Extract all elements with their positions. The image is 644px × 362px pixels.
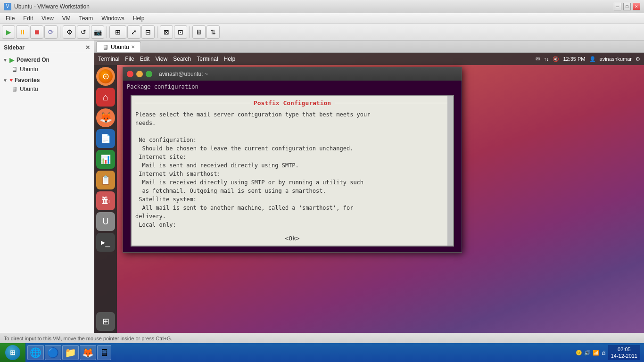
- power-icon: ▶: [9, 56, 15, 64]
- panel-terminal-menu[interactable]: Terminal: [98, 56, 119, 62]
- unity-button[interactable]: ⊟: [141, 25, 155, 39]
- launcher-writer-button[interactable]: 📄: [96, 129, 115, 148]
- sidebar-item-ubuntu-powered[interactable]: 🖥 Ubuntu: [2, 65, 92, 74]
- launcher-archive-button[interactable]: 🗜: [96, 191, 115, 210]
- panel-edit-menu[interactable]: Edit: [140, 56, 150, 62]
- start-orb[interactable]: ⊞: [5, 345, 20, 360]
- taskbar-firefox[interactable]: 🦊: [80, 345, 96, 360]
- statusbar: To direct input to this VM, move the mou…: [0, 333, 644, 343]
- taskbar-vmware[interactable]: 🖥: [97, 345, 111, 360]
- manage-button[interactable]: ⊡: [174, 25, 187, 39]
- revert-button[interactable]: ⟳: [44, 25, 58, 39]
- mail-icon: ✉: [536, 56, 540, 62]
- postfix-title-bar: Postfix Configuration: [135, 99, 449, 107]
- tab-bar: 🖥 Ubuntu ✕: [94, 41, 644, 53]
- terminal-maximize-button[interactable]: [146, 71, 152, 77]
- launcher-impress-button[interactable]: 📋: [96, 171, 115, 189]
- snapshot-button[interactable]: 📷: [91, 25, 104, 39]
- vm-area[interactable]: Terminal File Edit View Search Terminal …: [94, 53, 644, 333]
- panel-left: Terminal File Edit View Search Terminal …: [98, 56, 235, 62]
- ubuntu-top-panel: Terminal File Edit View Search Terminal …: [94, 53, 644, 65]
- sidebar-item-ubuntu-fav[interactable]: 🖥 Ubuntu: [2, 84, 92, 94]
- suspend-button[interactable]: ⏸: [16, 25, 29, 39]
- panel-view-menu[interactable]: View: [155, 56, 167, 62]
- panel-help-menu[interactable]: Help: [224, 56, 236, 62]
- app-title: Ubuntu - VMware Workstation: [14, 3, 90, 10]
- start-button[interactable]: ⊞: [0, 343, 25, 362]
- panel-user-icon: 👤: [589, 56, 596, 62]
- tray-print-icon[interactable]: 🖨: [601, 350, 606, 355]
- powered-on-group[interactable]: ▼ ▶ Powered On: [2, 55, 92, 65]
- menu-team[interactable]: Team: [75, 14, 97, 23]
- status-message: To direct input to this VM, move the mou…: [4, 336, 172, 341]
- fullscreen-button[interactable]: ⤢: [127, 25, 140, 39]
- taskbar-folder[interactable]: 📁: [62, 345, 79, 360]
- favorites-section: ▼ ♥ Favorites 🖥 Ubuntu: [2, 76, 92, 94]
- postfix-option-internet-site: Internet site: Mail is sent and received…: [135, 153, 449, 170]
- launcher-ubuntu-one-button[interactable]: U: [96, 212, 115, 231]
- panel-search-menu[interactable]: Search: [173, 56, 191, 62]
- terminal-minimize-button[interactable]: [136, 71, 143, 77]
- menu-view[interactable]: View: [38, 14, 58, 23]
- launcher-terminal-button[interactable]: ▸_: [96, 233, 115, 252]
- tab-close-button[interactable]: ✕: [131, 44, 135, 49]
- terminal-titlebar: avinash@ubuntu: ~: [123, 67, 462, 81]
- launcher-calc-button[interactable]: 📊: [96, 150, 115, 169]
- launcher-ubuntu-button[interactable]: ⊙: [96, 67, 115, 86]
- menu-windows[interactable]: Windows: [98, 14, 128, 23]
- panel-settings-icon[interactable]: ⚙: [636, 56, 640, 62]
- toolbar-sep-2: [107, 26, 107, 38]
- console-button[interactable]: ⊞: [109, 25, 126, 39]
- tray-network-icon[interactable]: 📶: [593, 350, 599, 356]
- power-on-button[interactable]: ▶: [2, 25, 15, 39]
- main-layout: Sidebar ✕ ▼ ▶ Powered On 🖥 Ubuntu ▼ ♥ Fa…: [0, 41, 644, 333]
- menu-file[interactable]: File: [2, 14, 18, 23]
- taskbar-items: 🌐 🔵 📁 🦊 🖥: [25, 345, 572, 360]
- title-line-right: [335, 103, 449, 103]
- toolbar-sep-3: [157, 26, 157, 38]
- tab-label: Ubuntu: [111, 44, 129, 50]
- settings-button[interactable]: ⚙: [63, 25, 76, 39]
- postfix-option-no-config: No configuration: Should be chosen to le…: [135, 136, 449, 153]
- maximize-button[interactable]: □: [623, 3, 631, 10]
- sidebar-close-button[interactable]: ✕: [85, 44, 90, 51]
- ubuntu-desktop[interactable]: Terminal File Edit View Search Terminal …: [94, 53, 644, 333]
- minimize-button[interactable]: ─: [614, 3, 621, 10]
- taskbar-chrome[interactable]: 🔵: [45, 345, 61, 360]
- postfix-option-local: Local only:: [135, 221, 449, 229]
- favorites-group[interactable]: ▼ ♥ Favorites: [2, 76, 92, 84]
- close-button[interactable]: ✕: [633, 3, 640, 10]
- menu-edit[interactable]: Edit: [19, 14, 37, 23]
- postfix-intro: Please select the mail server configurat…: [135, 110, 449, 127]
- usb-button[interactable]: ⇅: [206, 25, 220, 39]
- terminal-close-button[interactable]: [127, 71, 133, 77]
- stop-button[interactable]: ⏹: [30, 25, 43, 39]
- postfix-content: Please select the mail server configurat…: [135, 110, 449, 229]
- send-ctrl-alt-del-button[interactable]: 🖥: [192, 25, 206, 39]
- postfix-title: Postfix Configuration: [250, 99, 335, 107]
- launcher-home-button[interactable]: ⌂: [96, 88, 115, 107]
- menu-vm[interactable]: VM: [58, 14, 74, 23]
- postfix-ok-button[interactable]: <Ok>: [135, 235, 449, 242]
- postfix-scrollbar[interactable]: [447, 96, 453, 246]
- terminal-body[interactable]: Package configuration Postfix Configurat…: [123, 81, 462, 252]
- postfix-option-satellite: Satellite system: All mail is sent to an…: [135, 195, 449, 221]
- shrink-button[interactable]: ⊠: [160, 25, 173, 39]
- panel-username: avinashkumar: [600, 56, 632, 62]
- toolbar: ▶ ⏸ ⏹ ⟳ ⚙ ↺ 📷 ⊞ ⤢ ⊟ ⊠ ⊡ 🖥 ⇅: [0, 24, 644, 41]
- launcher-firefox-button[interactable]: 🦊: [96, 108, 115, 127]
- launcher-workspaces-button[interactable]: ⊞: [96, 312, 115, 331]
- window-controls[interactable]: ─ □ ✕: [614, 3, 640, 10]
- menubar: File Edit View VM Team Windows Help: [0, 13, 644, 24]
- ubuntu-tab[interactable]: 🖥 Ubuntu ✕: [96, 41, 141, 52]
- taskbar-ie[interactable]: 🌐: [27, 345, 44, 360]
- tab-icon: 🖥: [102, 43, 109, 51]
- refresh-button[interactable]: ↺: [77, 25, 90, 39]
- terminal-title: avinash@ubuntu: ~: [159, 71, 208, 77]
- tray-volume-icon[interactable]: 🔊: [584, 350, 591, 356]
- menu-help[interactable]: Help: [129, 14, 149, 23]
- title-line-left: [135, 103, 250, 103]
- clock-date: 14-12-2011: [611, 353, 637, 359]
- panel-file-menu[interactable]: File: [125, 56, 134, 62]
- panel-terminal-menu2[interactable]: Terminal: [197, 56, 218, 62]
